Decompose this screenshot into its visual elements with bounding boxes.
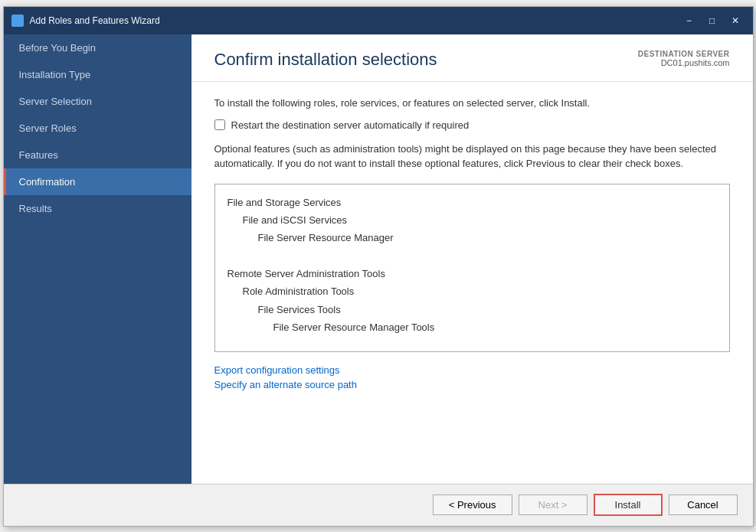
features-list: File and Storage Services File and iSCSI…: [214, 184, 730, 352]
feature-fsrm: File Server Resource Manager: [227, 229, 717, 246]
sidebar-item-features[interactable]: Features: [4, 142, 191, 168]
destination-label: DESTINATION SERVER: [638, 50, 730, 58]
sidebar-item-before-you-begin[interactable]: Before You Begin: [4, 34, 191, 61]
minimize-button[interactable]: −: [679, 13, 699, 28]
window-title: Add Roles and Features Wizard: [30, 15, 679, 26]
titlebar: Add Roles and Features Wizard − □ ✕: [4, 7, 753, 34]
restart-checkbox-row: Restart the destination server automatic…: [214, 119, 730, 131]
content-header: Confirm installation selections DESTINAT…: [191, 34, 753, 82]
page-title: Confirm installation selections: [214, 50, 437, 70]
alternate-source-link[interactable]: Specify an alternate source path: [214, 379, 730, 390]
previous-button[interactable]: < Previous: [433, 494, 512, 515]
feature-rsat: Remote Server Administration Tools: [227, 265, 717, 282]
links-area: Export configuration settings Specify an…: [214, 364, 730, 390]
feature-role-admin: Role Administration Tools: [227, 282, 717, 300]
app-icon: [11, 15, 24, 27]
content-body: To install the following roles, role ser…: [191, 82, 753, 484]
footer: < Previous Next > Install Cancel: [4, 484, 753, 526]
destination-server-name: DC01.pushits.com: [638, 58, 730, 67]
close-button[interactable]: ✕: [725, 13, 745, 28]
main-content: Before You Begin Installation Type Serve…: [4, 34, 753, 484]
sidebar: Before You Begin Installation Type Serve…: [4, 34, 191, 484]
sidebar-item-server-selection[interactable]: Server Selection: [4, 88, 191, 115]
sidebar-item-results[interactable]: Results: [4, 195, 191, 222]
optional-features-text: Optional features (such as administratio…: [214, 142, 730, 171]
restart-checkbox-label[interactable]: Restart the destination server automatic…: [231, 119, 470, 131]
export-config-link[interactable]: Export configuration settings: [214, 364, 730, 376]
restart-checkbox[interactable]: [214, 119, 225, 130]
feature-iscsi: File and iSCSI Services: [227, 211, 717, 229]
description-text: To install the following roles, role ser…: [214, 97, 730, 109]
sidebar-item-installation-type[interactable]: Installation Type: [4, 61, 191, 88]
feature-spacer: [227, 247, 717, 265]
sidebar-item-server-roles[interactable]: Server Roles: [4, 115, 191, 142]
feature-file-services-tools: File Services Tools: [227, 301, 717, 318]
destination-server-info: DESTINATION SERVER DC01.pushits.com: [638, 50, 730, 67]
sidebar-item-confirmation[interactable]: Confirmation: [4, 168, 191, 195]
install-button[interactable]: Install: [594, 494, 663, 516]
maximize-button[interactable]: □: [702, 13, 722, 28]
cancel-button[interactable]: Cancel: [669, 494, 738, 515]
main-window: Add Roles and Features Wizard − □ ✕ Befo…: [3, 6, 754, 527]
next-button[interactable]: Next >: [519, 494, 587, 515]
window-controls: − □ ✕: [679, 13, 745, 28]
feature-fsrm-tools: File Server Resource Manager Tools: [227, 318, 717, 336]
feature-file-storage: File and Storage Services: [227, 194, 717, 211]
content-area: Confirm installation selections DESTINAT…: [191, 34, 753, 484]
